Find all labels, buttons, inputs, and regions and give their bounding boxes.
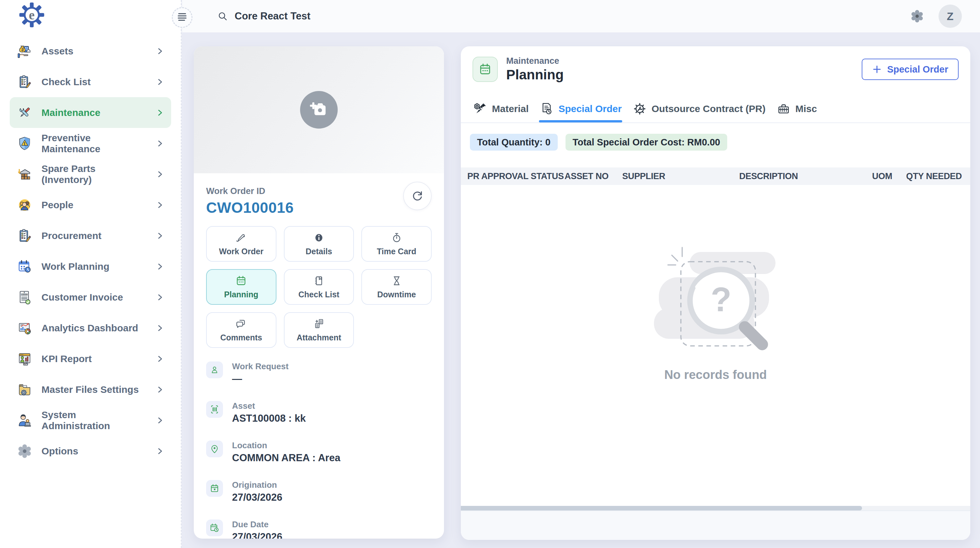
sidebar-item-icon	[17, 443, 32, 459]
work-order-nav-button[interactable]: Details	[284, 226, 354, 262]
sidebar-item[interactable]: Assets	[10, 36, 171, 67]
chevron-right-icon	[156, 201, 164, 209]
sidebar-item-label: Work Planning	[41, 261, 146, 272]
table-header-row: PR APPROVAL STATUS ASSET NO SUPPLIER DES…	[461, 167, 970, 185]
app-logo-gear-e-icon[interactable]: e	[19, 2, 45, 28]
sidebar-item-icon: $INVOICE	[17, 289, 32, 305]
sidebar-item[interactable]: Options	[10, 435, 171, 466]
sidebar-item-icon	[17, 413, 32, 428]
work-order-nav-button[interactable]: Check List	[284, 269, 354, 305]
work-order-nav-button[interactable]: Time Card	[361, 226, 432, 262]
sidebar-item[interactable]: System Administration	[10, 405, 171, 435]
detail-row: Location COMMON AREA : Area	[206, 440, 432, 464]
sidebar-item-label: Master Files Settings	[41, 384, 146, 395]
total-badge: Total Quantity: 0	[470, 134, 558, 151]
global-search[interactable]: Core React Test	[217, 10, 310, 22]
scrollbar-thumb[interactable]	[461, 506, 862, 510]
work-order-nav-button[interactable]: Comments	[206, 312, 277, 348]
sidebar-item[interactable]: KPI KPI Report	[10, 343, 171, 374]
table-column-header[interactable]: PR APPROVAL STATUS	[461, 172, 565, 181]
chevron-right-icon	[156, 324, 164, 332]
panel-head-row: Maintenance Planning Special Order	[461, 46, 970, 83]
nav-button-label: Comments	[220, 333, 262, 342]
sidebar-item[interactable]: $INVOICE Customer Invoice	[10, 282, 171, 313]
sidebar-collapse-button[interactable]	[172, 7, 192, 28]
hamburger-icon	[176, 11, 188, 24]
svg-text:KPI: KPI	[24, 363, 27, 365]
totals-badges: Total Quantity: 0 Total Special Order Co…	[470, 134, 970, 151]
horizontal-scrollbar[interactable]	[461, 506, 970, 510]
sidebar-item[interactable]: Analytics Dashboard	[10, 313, 171, 343]
sidebar: e Assets Check List Maintenance Preventi…	[0, 0, 181, 548]
nav-button-icon	[390, 232, 403, 244]
planning-tab[interactable]: Misc	[776, 95, 818, 122]
sidebar-item-icon	[17, 136, 32, 151]
sidebar-item[interactable]: Procurement	[10, 220, 171, 251]
user-avatar[interactable]: Z	[939, 5, 962, 28]
detail-icon	[206, 440, 223, 457]
sidebar-item-label: Assets	[41, 46, 146, 57]
add-special-order-button[interactable]: Special Order	[862, 59, 959, 80]
work-order-id-value[interactable]: CWO100016	[206, 199, 432, 216]
planning-tab[interactable]: Material	[473, 95, 529, 122]
refresh-button[interactable]	[403, 182, 432, 210]
no-records-illustration: ?	[652, 245, 779, 358]
sidebar-item-label: People	[41, 200, 146, 211]
tab-label: Material	[492, 103, 528, 114]
sidebar-item[interactable]: Master Files Settings	[10, 374, 171, 405]
detail-row: Work Request —	[206, 361, 432, 385]
sidebar-item-label: Customer Invoice	[41, 292, 146, 303]
work-order-nav-button[interactable]: Downtime	[361, 269, 432, 305]
work-order-nav-button[interactable]: Work Order	[206, 226, 277, 262]
sidebar-item-label: Preventive Maintenance	[41, 132, 146, 154]
detail-icon	[206, 361, 223, 378]
svg-text:?: ?	[711, 281, 732, 318]
add-photo-camera-icon[interactable]	[300, 91, 338, 129]
breadcrumb: Maintenance	[506, 56, 563, 66]
chevron-right-icon	[156, 170, 164, 178]
sidebar-item[interactable]: Work Planning	[10, 251, 171, 282]
page-title: Planning	[506, 67, 563, 83]
work-order-nav-button[interactable]: Planning	[206, 269, 277, 305]
table-column-header[interactable]: UOM	[872, 172, 903, 181]
work-order-nav-button[interactable]: Attachment	[284, 312, 354, 348]
sidebar-item[interactable]: Preventive Maintenance	[10, 128, 171, 159]
tab-label: Outsource Contract (PR)	[651, 103, 765, 114]
table-column-header[interactable]: ASSET NO	[565, 172, 622, 181]
table-column-header[interactable]: QTY NEEDED	[903, 172, 970, 181]
total-badge: Total Special Order Cost: RM0.00	[565, 134, 727, 151]
tab-icon	[633, 102, 647, 116]
detail-label: Asset	[232, 401, 305, 411]
detail-row: Origination 27/03/2026	[206, 480, 432, 503]
empty-state: ? No records found	[461, 245, 970, 382]
main-content: Work Order ID CWO100016 Work Order Detai…	[182, 32, 980, 548]
settings-gear-icon[interactable]	[910, 9, 924, 23]
sidebar-item-label: Spare Parts (Inventory)	[41, 163, 146, 185]
detail-icon	[206, 480, 223, 497]
sidebar-item[interactable]: Check List	[10, 67, 171, 97]
planning-tab[interactable]: Outsource Contract (PR)	[632, 95, 766, 122]
table-column-header[interactable]: DESCRIPTION	[739, 172, 872, 181]
nav-button-icon	[235, 232, 247, 244]
table-column-header[interactable]: SUPPLIER	[622, 172, 739, 181]
sidebar-item[interactable]: Spare Parts (Inventory)	[10, 159, 171, 189]
nav-button-label: Attachment	[296, 333, 341, 342]
panel-header: Maintenance Planning Special Order Mater…	[461, 46, 970, 123]
panel-titles: Maintenance Planning	[506, 56, 563, 83]
chevron-right-icon	[156, 355, 164, 363]
planning-tab[interactable]: Special Order	[539, 95, 622, 122]
sidebar-item[interactable]: People	[10, 189, 171, 220]
work-order-details: Work Request — Asset AST100008 : kk Loca…	[206, 361, 432, 538]
detail-value: COMMON AREA : Area	[232, 452, 340, 464]
nav-button-label: Details	[305, 247, 332, 256]
tab-icon	[776, 102, 791, 116]
refresh-icon	[410, 189, 424, 203]
work-order-nav-grid: Work Order Details Time Card Planning Ch…	[206, 226, 432, 348]
sidebar-item[interactable]: Maintenance	[10, 97, 171, 128]
sidebar-item-label: System Administration	[41, 409, 146, 431]
nav-button-icon	[235, 318, 247, 330]
photo-upload-area[interactable]	[194, 46, 444, 173]
table-body: ? No records found	[461, 185, 970, 506]
tab-label: Misc	[795, 103, 817, 114]
chevron-right-icon	[156, 416, 164, 425]
